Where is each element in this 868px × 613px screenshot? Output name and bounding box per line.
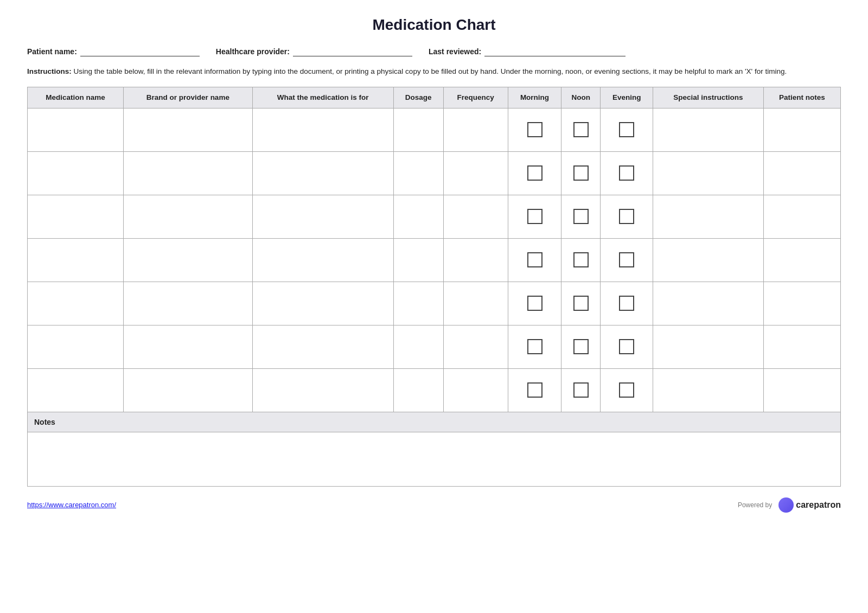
cell-patient-notes[interactable] bbox=[763, 151, 840, 195]
last-reviewed-value[interactable] bbox=[484, 47, 626, 56]
patient-name-field: Patient name: bbox=[27, 47, 200, 56]
evening-checkbox[interactable] bbox=[619, 252, 634, 267]
cell-medication-name[interactable] bbox=[28, 108, 124, 151]
morning-checkbox[interactable] bbox=[527, 339, 542, 354]
cell-what-for[interactable] bbox=[252, 151, 393, 195]
cell-what-for[interactable] bbox=[252, 195, 393, 238]
cell-noon[interactable] bbox=[561, 238, 601, 282]
healthcare-provider-label: Healthcare provider: bbox=[216, 47, 290, 56]
cell-special-instructions[interactable] bbox=[653, 151, 763, 195]
noon-checkbox[interactable] bbox=[573, 339, 589, 354]
cell-morning[interactable] bbox=[508, 368, 561, 412]
cell-medication-name[interactable] bbox=[28, 368, 124, 412]
morning-checkbox[interactable] bbox=[527, 252, 542, 267]
notes-body[interactable] bbox=[27, 432, 841, 487]
cell-patient-notes[interactable] bbox=[763, 282, 840, 325]
cell-dosage[interactable] bbox=[393, 151, 443, 195]
cell-brand-name[interactable] bbox=[123, 108, 252, 151]
noon-checkbox[interactable] bbox=[573, 296, 589, 311]
cell-evening[interactable] bbox=[601, 151, 653, 195]
cell-what-for[interactable] bbox=[252, 108, 393, 151]
morning-checkbox[interactable] bbox=[527, 296, 542, 311]
cell-noon[interactable] bbox=[561, 195, 601, 238]
carepatron-link[interactable]: https://www.carepatron.com/ bbox=[27, 501, 116, 509]
cell-noon[interactable] bbox=[561, 151, 601, 195]
evening-checkbox[interactable] bbox=[619, 339, 634, 354]
cell-medication-name[interactable] bbox=[28, 282, 124, 325]
noon-checkbox[interactable] bbox=[573, 122, 589, 137]
evening-checkbox[interactable] bbox=[619, 209, 634, 224]
cell-evening[interactable] bbox=[601, 108, 653, 151]
cell-frequency[interactable] bbox=[443, 238, 508, 282]
cell-what-for[interactable] bbox=[252, 282, 393, 325]
cell-morning[interactable] bbox=[508, 282, 561, 325]
cell-evening[interactable] bbox=[601, 368, 653, 412]
noon-checkbox[interactable] bbox=[573, 165, 589, 181]
cell-evening[interactable] bbox=[601, 282, 653, 325]
cell-patient-notes[interactable] bbox=[763, 368, 840, 412]
col-header-frequency: Frequency bbox=[443, 87, 508, 108]
col-header-what-for: What the medication is for bbox=[252, 87, 393, 108]
cell-frequency[interactable] bbox=[443, 195, 508, 238]
morning-checkbox[interactable] bbox=[527, 382, 542, 398]
patient-name-value[interactable] bbox=[80, 47, 200, 56]
cell-special-instructions[interactable] bbox=[653, 368, 763, 412]
cell-dosage[interactable] bbox=[393, 282, 443, 325]
cell-noon[interactable] bbox=[561, 325, 601, 368]
cell-special-instructions[interactable] bbox=[653, 238, 763, 282]
cell-brand-name[interactable] bbox=[123, 238, 252, 282]
noon-checkbox[interactable] bbox=[573, 252, 589, 267]
cell-patient-notes[interactable] bbox=[763, 195, 840, 238]
noon-checkbox[interactable] bbox=[573, 382, 589, 398]
cell-frequency[interactable] bbox=[443, 325, 508, 368]
evening-checkbox[interactable] bbox=[619, 382, 634, 398]
cell-morning[interactable] bbox=[508, 108, 561, 151]
evening-checkbox[interactable] bbox=[619, 296, 634, 311]
cell-patient-notes[interactable] bbox=[763, 325, 840, 368]
noon-checkbox[interactable] bbox=[573, 209, 589, 224]
cell-frequency[interactable] bbox=[443, 282, 508, 325]
cell-what-for[interactable] bbox=[252, 325, 393, 368]
morning-checkbox[interactable] bbox=[527, 122, 542, 137]
evening-checkbox[interactable] bbox=[619, 122, 634, 137]
cell-brand-name[interactable] bbox=[123, 368, 252, 412]
cell-frequency[interactable] bbox=[443, 368, 508, 412]
cell-noon[interactable] bbox=[561, 108, 601, 151]
cell-dosage[interactable] bbox=[393, 108, 443, 151]
cell-what-for[interactable] bbox=[252, 238, 393, 282]
cell-noon[interactable] bbox=[561, 282, 601, 325]
cell-brand-name[interactable] bbox=[123, 151, 252, 195]
cell-medication-name[interactable] bbox=[28, 195, 124, 238]
cell-dosage[interactable] bbox=[393, 195, 443, 238]
cell-dosage[interactable] bbox=[393, 238, 443, 282]
cell-morning[interactable] bbox=[508, 238, 561, 282]
cell-special-instructions[interactable] bbox=[653, 282, 763, 325]
cell-medication-name[interactable] bbox=[28, 238, 124, 282]
cell-brand-name[interactable] bbox=[123, 282, 252, 325]
cell-patient-notes[interactable] bbox=[763, 238, 840, 282]
morning-checkbox[interactable] bbox=[527, 209, 542, 224]
cell-dosage[interactable] bbox=[393, 325, 443, 368]
cell-special-instructions[interactable] bbox=[653, 325, 763, 368]
cell-morning[interactable] bbox=[508, 195, 561, 238]
cell-morning[interactable] bbox=[508, 325, 561, 368]
cell-brand-name[interactable] bbox=[123, 195, 252, 238]
cell-noon[interactable] bbox=[561, 368, 601, 412]
cell-evening[interactable] bbox=[601, 195, 653, 238]
cell-special-instructions[interactable] bbox=[653, 195, 763, 238]
cell-evening[interactable] bbox=[601, 238, 653, 282]
cell-brand-name[interactable] bbox=[123, 325, 252, 368]
cell-frequency[interactable] bbox=[443, 151, 508, 195]
healthcare-provider-value[interactable] bbox=[293, 47, 412, 56]
cell-patient-notes[interactable] bbox=[763, 108, 840, 151]
evening-checkbox[interactable] bbox=[619, 165, 634, 181]
cell-dosage[interactable] bbox=[393, 368, 443, 412]
cell-morning[interactable] bbox=[508, 151, 561, 195]
cell-special-instructions[interactable] bbox=[653, 108, 763, 151]
cell-frequency[interactable] bbox=[443, 108, 508, 151]
cell-medication-name[interactable] bbox=[28, 151, 124, 195]
morning-checkbox[interactable] bbox=[527, 165, 542, 181]
cell-medication-name[interactable] bbox=[28, 325, 124, 368]
cell-what-for[interactable] bbox=[252, 368, 393, 412]
cell-evening[interactable] bbox=[601, 325, 653, 368]
